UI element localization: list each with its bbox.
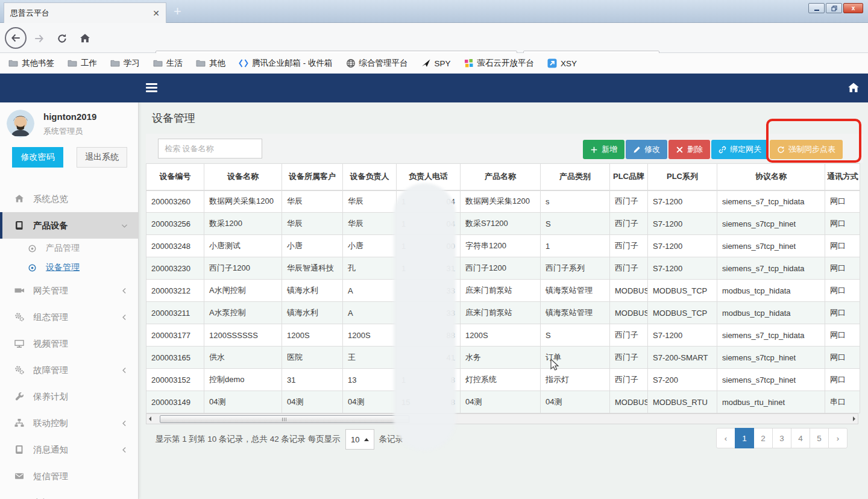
column-header-category[interactable]: 产品类别 (541, 164, 610, 190)
sidebar-collapse-icon[interactable] (146, 83, 157, 94)
column-header-protocol[interactable]: 协议名称 (717, 164, 825, 190)
logout-button[interactable]: 退出系统 (77, 147, 127, 168)
bookmark-item-5[interactable]: 腾讯企业邮箱 - 收件箱 (239, 58, 333, 69)
device-search-input[interactable] (158, 139, 262, 158)
table-row[interactable]: 200003256数采1200华辰华辰104数采S71200S西门子S7-120… (146, 213, 860, 235)
page-button-3[interactable]: 3 (772, 428, 791, 448)
delete-button[interactable]: 删除 (668, 140, 710, 159)
page-button-next[interactable]: › (828, 428, 848, 448)
cell-owner: 1200S (343, 324, 397, 347)
sidebar-item-5[interactable]: 组态管理 (0, 304, 139, 330)
horizontal-scrollbar[interactable] (146, 413, 858, 424)
table-row[interactable]: 200003211A水泵控制镇海水利A33庶来门前泵站镇海泵站管理MODBUSM… (146, 302, 860, 324)
browser-home-button[interactable] (80, 33, 90, 44)
table-row[interactable]: 20000314904测04测04测15804测04测MODBUSMODBUS_… (146, 391, 860, 413)
page-button-5[interactable]: 5 (810, 428, 829, 448)
cell-owner: A (343, 280, 397, 302)
avatar[interactable] (7, 110, 34, 137)
cell-comm: 网口 (825, 213, 860, 235)
table-row[interactable]: 200003248小唐测试小唐小唐100字符串12001西门子S7-1200si… (146, 235, 860, 257)
bookmark-item-1[interactable]: 工作 (68, 58, 97, 69)
window-restore-button[interactable] (826, 3, 842, 13)
tab-title: 思普云平台 (10, 8, 49, 19)
book-icon (14, 445, 24, 454)
window-minimize-button[interactable] (808, 3, 825, 13)
cell-plc_brand: 西门子 (610, 235, 648, 257)
sidebar-item-9[interactable]: 联动控制 (0, 410, 139, 436)
page-button-1[interactable]: 1 (735, 428, 754, 448)
column-header-plc_brand[interactable]: PLC品牌 (610, 164, 648, 190)
cell-customer: 镇海水利 (282, 302, 343, 324)
page-button-2[interactable]: 2 (753, 428, 773, 448)
column-header-comm[interactable]: 通讯方式 (825, 164, 860, 190)
dart-icon (421, 58, 431, 68)
window-close-button[interactable]: x (843, 3, 863, 13)
edit-button[interactable]: 修改 (626, 140, 667, 159)
sidebar-item-1[interactable]: 产品设备 (0, 212, 139, 239)
force-sync-button[interactable]: 强制同步点表 (770, 140, 843, 159)
bookmark-item-2[interactable]: 学习 (110, 58, 140, 69)
browser-tab[interactable]: 思普云平台 ✕ (4, 2, 166, 23)
sidebar-item-11[interactable]: 短信管理 (0, 463, 139, 489)
bullseye-icon (28, 263, 37, 272)
table-row[interactable]: 200003152控制demo311318灯控系统指示灯西门子S7-200sie… (146, 369, 860, 391)
cell-plc_brand: 西门子 (610, 324, 648, 347)
back-button[interactable] (5, 27, 27, 49)
page-button-4[interactable]: 4 (791, 428, 810, 448)
camera-icon (14, 286, 24, 295)
tab-close-icon[interactable]: ✕ (153, 8, 160, 18)
main-content: 设备管理 新增 修改 删除 绑定网关 强制同步点表 设备编号设备名称设备所属客户… (139, 102, 868, 499)
bookmark-item-3[interactable]: 生活 (153, 58, 183, 69)
scroll-left-arrow[interactable] (149, 416, 151, 421)
mouse-cursor (550, 359, 561, 372)
forward-button[interactable] (34, 33, 45, 44)
cell-product: 灯控系统 (461, 369, 541, 391)
sidebar-item-6[interactable]: 视频管理 (0, 330, 139, 357)
sidebar-item-4[interactable]: 网关管理 (0, 277, 139, 304)
scroll-right-arrow[interactable] (853, 416, 855, 421)
table-row[interactable]: 2000031771200SSSSSS1200S1200S881200SS西门子… (146, 324, 860, 347)
bookmark-item-9[interactable]: XSY (547, 58, 577, 68)
cell-plc_series: S7-200 (648, 369, 717, 391)
table-row[interactable]: 200003260数据网关采集1200华辰华辰104数据网关采集1200s西门子… (146, 190, 860, 213)
cell-plc_series: S7-1200 (648, 235, 717, 257)
column-header-name[interactable]: 设备名称 (204, 164, 282, 190)
page-button-prev[interactable]: ‹ (716, 428, 735, 448)
add-button[interactable]: 新增 (583, 140, 624, 159)
sidebar-item-8[interactable]: 保养计划 (0, 383, 139, 410)
sidebar-item-7[interactable]: 故障管理 (0, 357, 139, 383)
column-header-id[interactable]: 设备编号 (146, 164, 204, 190)
scrollbar-thumb[interactable] (160, 415, 409, 423)
new-tab-button[interactable]: + (174, 4, 181, 19)
sidebar-item-10[interactable]: 消息通知 (0, 436, 139, 463)
sidebar-item-label: 网关管理 (33, 285, 68, 297)
table-row[interactable]: 200003165供水医院王41水务订单西门子S7-200-SMARTsieme… (146, 347, 860, 369)
app-home-icon[interactable] (848, 82, 860, 94)
change-password-button[interactable]: 修改密码 (12, 147, 63, 168)
reload-button[interactable] (57, 33, 68, 44)
bookmark-item-0[interactable]: 其他书签 (8, 58, 54, 69)
table-row[interactable]: 200003212A水闸控制镇海水利A33庶来门前泵站镇海泵站管理MODBUSM… (146, 280, 860, 302)
page-size-select[interactable]: 10 (345, 429, 374, 450)
table-header-row: 设备编号设备名称设备所属客户设备负责人负责人电话产品名称产品类别PLC品牌PLC… (146, 164, 860, 190)
cell-customer: 华辰 (282, 213, 343, 235)
table-row[interactable]: 200003230西门子1200华辰智通科技孔131西门子1200西门子系列西门… (146, 257, 860, 280)
bind-gateway-button[interactable]: 绑定网关 (711, 140, 769, 159)
column-header-plc_series[interactable]: PLC系列 (648, 164, 717, 190)
sidebar-item-0[interactable]: 系统总览 (0, 186, 139, 212)
bookmark-item-7[interactable]: SPY (421, 58, 451, 68)
column-header-owner[interactable]: 设备负责人 (343, 164, 397, 190)
bookmark-item-8[interactable]: 萤石云开放平台 (464, 58, 535, 69)
cell-id: 200003177 (146, 324, 204, 347)
sidebar-item-12[interactable]: 车间管理 (0, 489, 139, 499)
sidebar-item-3[interactable]: 设备管理 (0, 258, 139, 277)
column-header-customer[interactable]: 设备所属客户 (282, 164, 343, 190)
bookmark-item-4[interactable]: 其他 (196, 58, 225, 69)
cross-icon (676, 146, 684, 154)
sidebar-item-label: 产品设备 (33, 220, 68, 231)
cell-category: 镇海泵站管理 (541, 280, 610, 302)
cell-protocol: modbus_rtu_hinet (717, 391, 825, 413)
bookmark-item-6[interactable]: 综合管理平台 (346, 58, 408, 69)
sidebar-item-2[interactable]: 产品管理 (0, 239, 139, 258)
column-header-product[interactable]: 产品名称 (461, 164, 541, 190)
